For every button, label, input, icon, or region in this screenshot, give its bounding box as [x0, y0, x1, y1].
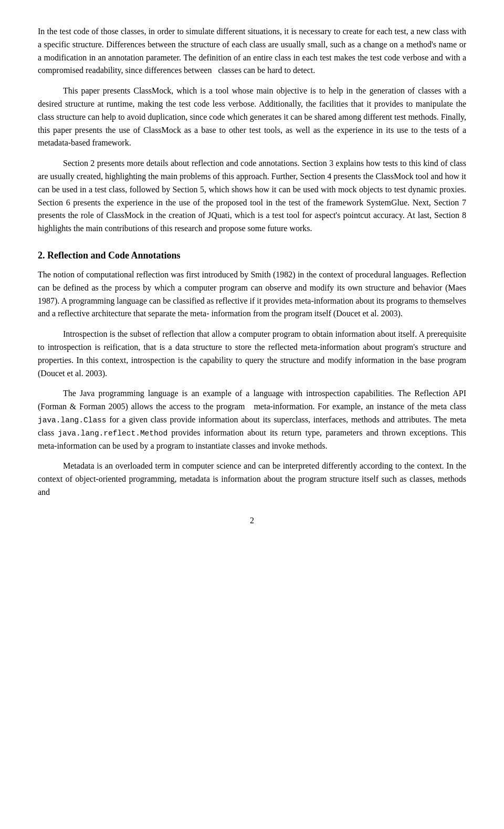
section-title: Reflection and Code Annotations: [47, 250, 181, 261]
page-number: 2: [38, 516, 466, 525]
section-paragraph-4: Metadata is an overloaded term in comput…: [38, 460, 466, 499]
section-paragraph-2: Introspection is the subset of reflectio…: [38, 328, 466, 380]
paragraph-3: Section 2 presents more details about re…: [38, 157, 466, 235]
paragraph-1: In the test code of those classes, in or…: [38, 25, 466, 77]
code-java-lang-class: java.lang.Class: [38, 416, 107, 424]
page: In the test code of those classes, in or…: [0, 0, 504, 829]
paragraph-2: This paper presents ClassMock, which is …: [38, 85, 466, 150]
section-paragraph-3: The Java programming language is an exam…: [38, 387, 466, 452]
section-heading: 2. Reflection and Code Annotations: [38, 250, 466, 261]
section-number: 2.: [38, 250, 45, 261]
code-java-lang-reflect-method: java.lang.reflect.Method: [58, 429, 167, 438]
section-paragraph-1: The notion of computational reflection w…: [38, 268, 466, 320]
